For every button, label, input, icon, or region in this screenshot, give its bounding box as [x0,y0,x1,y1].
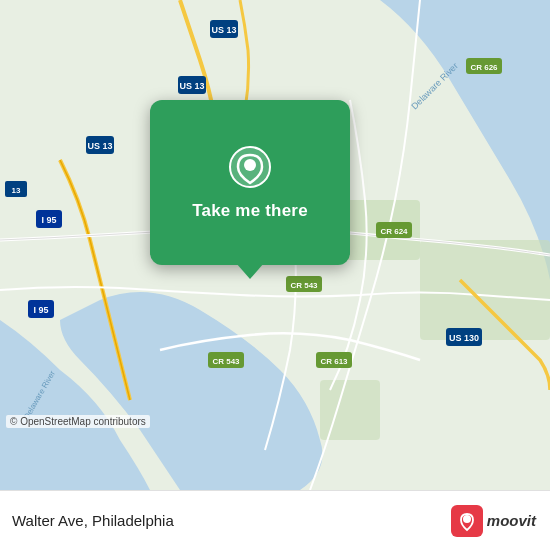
svg-text:CR 626: CR 626 [470,63,498,72]
osm-attribution: © OpenStreetMap contributors [6,415,150,428]
location-pin-icon [228,145,272,189]
take-me-there-button[interactable]: Take me there [192,201,308,221]
svg-rect-4 [420,240,550,340]
svg-text:I 95: I 95 [41,215,56,225]
svg-text:CR 543: CR 543 [290,281,318,290]
svg-text:CR 543: CR 543 [212,357,240,366]
svg-text:US 13: US 13 [87,141,112,151]
popup-card[interactable]: Take me there [150,100,350,265]
svg-text:US 13: US 13 [211,25,236,35]
svg-rect-5 [320,380,380,440]
bottom-bar: Walter Ave, Philadelphia moovit [0,490,550,550]
svg-text:I 95: I 95 [33,305,48,315]
svg-text:US 130: US 130 [449,333,479,343]
moovit-logo[interactable]: moovit [451,505,536,537]
moovit-wordmark: moovit [487,512,536,529]
svg-text:13: 13 [12,186,21,195]
svg-text:US 13: US 13 [179,81,204,91]
svg-text:CR 613: CR 613 [320,357,348,366]
svg-point-32 [463,515,471,523]
svg-text:CR 624: CR 624 [380,227,408,236]
svg-point-31 [244,159,256,171]
moovit-icon [451,505,483,537]
map-container: Delaware River Delaware River US 13 [0,0,550,490]
location-label: Walter Ave, Philadelphia [12,512,174,529]
